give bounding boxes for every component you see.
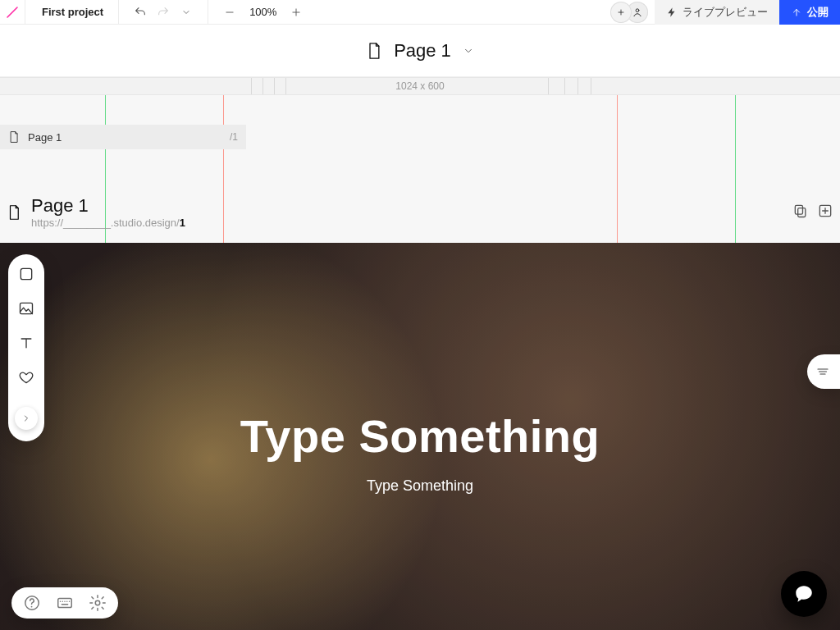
help-button[interactable] <box>23 594 41 612</box>
minus-icon <box>224 7 235 18</box>
insert-box-tool[interactable] <box>18 266 34 282</box>
svg-point-7 <box>31 606 33 608</box>
undo-icon <box>134 6 147 19</box>
add-collaborator-button[interactable] <box>610 2 632 23</box>
insert-toolbar <box>8 254 44 441</box>
svg-rect-8 <box>58 599 72 608</box>
live-preview-button[interactable]: ライブプレビュー <box>655 0 779 25</box>
layers-icon <box>815 364 830 379</box>
user-icon <box>632 7 643 18</box>
top-toolbar: First project 100% ライブプレビュー <box>0 0 840 25</box>
svg-point-9 <box>95 600 100 605</box>
canvas-dimensions: 1024 x 600 <box>395 80 444 92</box>
shortcuts-button[interactable] <box>56 594 74 612</box>
live-preview-label: ライブプレビュー <box>682 5 768 20</box>
page-icon <box>366 41 382 61</box>
svg-point-0 <box>636 8 639 11</box>
layer-breadcrumb[interactable]: Page 1 /1 <box>0 125 246 149</box>
svg-rect-1 <box>798 208 806 217</box>
add-page-icon <box>817 203 833 219</box>
redo-button[interactable] <box>152 1 175 24</box>
breadcrumb-index: /1 <box>230 131 238 143</box>
image-icon <box>18 300 34 317</box>
square-icon <box>18 266 34 282</box>
caret-down-icon <box>181 7 191 17</box>
canvas[interactable]: Page 1 /1 Page 1 https://________.studio… <box>0 95 840 630</box>
heart-icon <box>18 369 34 386</box>
chevron-right-icon <box>21 413 31 423</box>
duplicate-page-button[interactable] <box>792 203 809 222</box>
upload-icon <box>791 7 802 18</box>
zoom-controls: 100% <box>208 0 317 24</box>
hero-section[interactable]: Type Something Type Something <box>0 243 840 630</box>
add-page-button[interactable] <box>817 203 833 222</box>
gear-icon <box>89 594 107 612</box>
plus-icon <box>290 7 302 18</box>
keyboard-icon <box>56 594 74 612</box>
publish-label: 公開 <box>807 5 829 20</box>
utility-toolbar <box>11 587 118 619</box>
zoom-in-button[interactable] <box>285 1 308 24</box>
history-controls <box>119 0 208 24</box>
page-meta: Page 1 https://________.studio.design/1 <box>7 195 833 229</box>
chat-icon <box>793 583 815 605</box>
page-title[interactable]: Page 1 <box>31 195 185 217</box>
caret-down-icon <box>463 45 474 57</box>
toolbar-expand-button[interactable] <box>15 407 38 430</box>
breadcrumb-label: Page 1 <box>28 131 62 144</box>
settings-button[interactable] <box>89 594 107 612</box>
undo-button[interactable] <box>129 1 152 24</box>
layers-panel-toggle[interactable] <box>807 354 840 389</box>
collaborators <box>604 2 655 23</box>
page-actions <box>792 203 833 222</box>
page-url-prefix: https://________.studio.design/ <box>31 217 180 229</box>
help-icon <box>23 594 41 612</box>
page-meta-text: Page 1 https://________.studio.design/1 <box>31 195 185 229</box>
page-icon <box>8 130 20 144</box>
plus-icon <box>616 7 626 17</box>
zoom-out-button[interactable] <box>218 1 241 24</box>
insert-favorite-tool[interactable] <box>18 369 34 386</box>
page-url-slug: 1 <box>180 217 185 229</box>
copy-icon <box>792 203 809 219</box>
canvas-ruler: 1024 x 600 <box>0 77 840 95</box>
chat-button[interactable] <box>781 571 827 617</box>
svg-rect-2 <box>795 205 802 214</box>
project-name[interactable]: First project <box>25 0 118 24</box>
zoom-level[interactable]: 100% <box>241 6 285 18</box>
history-menu[interactable] <box>175 1 198 24</box>
text-icon <box>18 335 34 351</box>
svg-rect-4 <box>21 268 31 279</box>
page-url[interactable]: https://________.studio.design/1 <box>31 217 185 229</box>
publish-button[interactable]: 公開 <box>779 0 840 25</box>
hero-subheading[interactable]: Type Something <box>367 477 473 495</box>
page-selector[interactable]: Page 1 <box>0 25 840 77</box>
app-logo[interactable] <box>0 0 25 25</box>
page-icon <box>7 203 21 221</box>
hero-heading[interactable]: Type Something <box>240 409 600 463</box>
redo-icon <box>157 6 170 19</box>
insert-image-tool[interactable] <box>18 300 34 317</box>
insert-text-tool[interactable] <box>18 335 34 351</box>
pencil-icon <box>6 6 19 19</box>
bolt-icon <box>666 7 678 18</box>
page-selector-label: Page 1 <box>394 40 451 62</box>
